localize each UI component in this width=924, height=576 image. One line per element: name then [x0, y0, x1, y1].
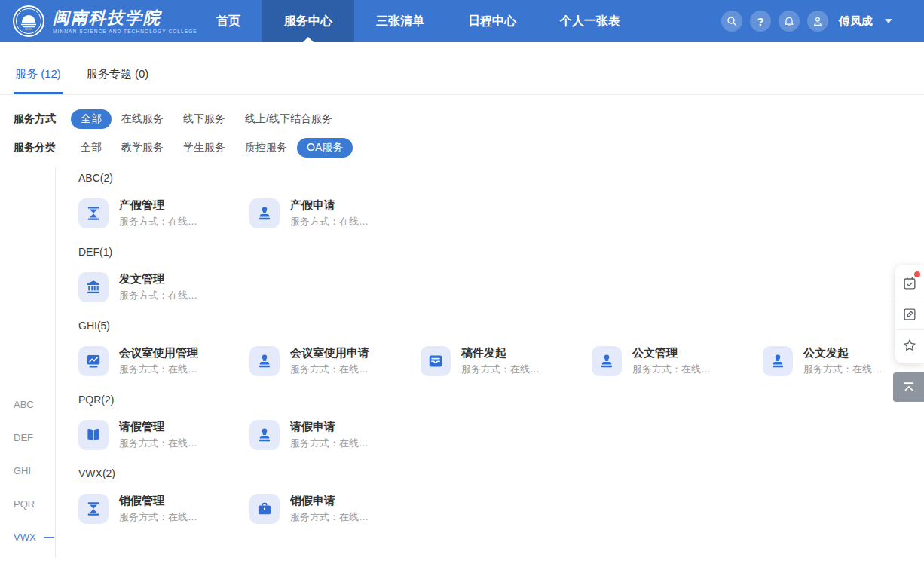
service-card[interactable]: 产假申请服务方式：在线…: [249, 197, 421, 230]
service-groups: ABC(2)产假管理服务方式：在线…产假申请服务方式：在线…DEF(1)发文管理…: [78, 172, 924, 525]
service-card-text: 产假申请服务方式：在线…: [290, 197, 369, 230]
filter-options: 全部在线服务线下服务线上/线下结合服务: [71, 109, 342, 129]
service-card[interactable]: 请假申请服务方式：在线…: [249, 418, 421, 452]
group-cards-row: 请假管理服务方式：在线…请假申请服务方式：在线…: [78, 418, 924, 452]
filter-option[interactable]: 教学服务: [112, 138, 173, 158]
school-emblem-icon: [12, 5, 45, 38]
letter-index-item[interactable]: GHI: [14, 465, 54, 477]
service-card-text: 会议室使用申请服务方式：在线…: [290, 345, 369, 378]
service-card-text: 公文管理服务方式：在线…: [632, 345, 711, 378]
service-card-text: 发文管理服务方式：在线…: [119, 271, 197, 304]
service-card[interactable]: 销假管理服务方式：在线…: [78, 492, 249, 525]
service-card[interactable]: 产假管理服务方式：在线…: [78, 197, 249, 230]
notification-badge: [914, 271, 920, 277]
service-card-text: 公文发起服务方式：在线…: [803, 345, 882, 378]
service-card-text: 会议室使用管理服务方式：在线…: [119, 345, 198, 378]
filter-option[interactable]: 质控服务: [235, 138, 297, 158]
group-label: PQR(2): [78, 394, 924, 406]
letter-index-label: ABC: [14, 399, 34, 411]
nav-item[interactable]: 首页: [194, 0, 262, 42]
nav-item[interactable]: 服务中心: [262, 0, 354, 42]
service-tabs: 服务 (12)服务专题 (0): [0, 42, 924, 95]
service-card-text: 销假申请服务方式：在线…: [290, 492, 369, 525]
service-card-text: 稿件发起服务方式：在线…: [461, 345, 540, 378]
service-mode: 服务方式：在线…: [803, 363, 882, 375]
filter-option[interactable]: OA服务: [297, 138, 353, 158]
service-title: 会议室使用管理: [119, 345, 198, 360]
service-mode: 服务方式：在线…: [119, 510, 197, 523]
calendar-check-icon[interactable]: [895, 268, 924, 299]
group-cards-row: 销假管理服务方式：在线…销假申请服务方式：在线…: [78, 492, 924, 525]
school-name: 闽南科技学院 MINNAN SCIENCE AND TECHNOLOGY COL…: [53, 8, 197, 34]
service-card[interactable]: 公文管理服务方式：在线…: [592, 345, 763, 378]
filter-option[interactable]: 线下服务: [173, 109, 235, 129]
service-mode: 服务方式：在线…: [290, 363, 369, 375]
group-label: VWX(2): [78, 467, 924, 479]
nav-item[interactable]: 三张清单: [354, 0, 446, 42]
top-navbar: 闽南科技学院 MINNAN SCIENCE AND TECHNOLOGY COL…: [0, 0, 924, 42]
service-card[interactable]: 销假申请服务方式：在线…: [249, 492, 421, 525]
stamp-icon: [249, 420, 280, 450]
filter-label: 服务方式: [14, 112, 71, 126]
filter-row: 服务方式全部在线服务线下服务线上/线下结合服务: [14, 109, 924, 130]
user-name[interactable]: 傅凤成: [839, 14, 873, 29]
service-title: 销假申请: [290, 493, 369, 508]
group-cards-row: 会议室使用管理服务方式：在线…会议室使用申请服务方式：在线…稿件发起服务方式：在…: [78, 345, 924, 378]
service-card[interactable]: 请假管理服务方式：在线…: [78, 418, 249, 452]
filter-option[interactable]: 线上/线下结合服务: [235, 109, 342, 129]
filter-options: 全部教学服务学生服务质控服务OA服务: [71, 138, 353, 158]
service-mode: 服务方式：在线…: [119, 363, 198, 375]
filter-row: 服务分类全部教学服务学生服务质控服务OA服务: [14, 137, 924, 158]
service-mode: 服务方式：在线…: [290, 215, 369, 228]
letter-index-item[interactable]: DEF: [14, 432, 54, 444]
inbox-icon: [421, 346, 451, 376]
letter-index: ABCDEFGHIPQRVWX: [14, 399, 54, 565]
back-to-top-button[interactable]: [893, 372, 924, 402]
filter-option[interactable]: 学生服务: [173, 138, 235, 158]
service-title: 发文管理: [119, 271, 197, 286]
tab[interactable]: 服务 (12): [14, 67, 63, 94]
stamp-icon: [249, 198, 280, 228]
hourglass-icon: [78, 494, 109, 524]
stamp-icon: [592, 346, 622, 376]
active-letter-dash: [44, 537, 54, 538]
service-card-text: 产假管理服务方式：在线…: [119, 197, 197, 230]
bell-icon[interactable]: [779, 11, 800, 32]
nav-item[interactable]: 个人一张表: [538, 0, 642, 42]
letter-index-item[interactable]: VWX: [14, 532, 54, 544]
letter-index-item[interactable]: ABC: [14, 399, 54, 411]
service-card[interactable]: 稿件发起服务方式：在线…: [421, 345, 592, 378]
filter-option[interactable]: 全部: [71, 109, 112, 129]
user-icon[interactable]: [807, 11, 828, 32]
filter-option[interactable]: 在线服务: [112, 109, 173, 129]
letter-index-label: GHI: [14, 465, 31, 477]
service-title: 会议室使用申请: [290, 345, 369, 360]
school-logo[interactable]: 闽南科技学院 MINNAN SCIENCE AND TECHNOLOGY COL…: [12, 5, 197, 38]
service-card-text: 请假管理服务方式：在线…: [119, 418, 197, 452]
service-card-text: 请假申请服务方式：在线…: [290, 418, 369, 452]
service-card[interactable]: 发文管理服务方式：在线…: [78, 271, 249, 304]
search-icon[interactable]: [721, 11, 742, 32]
help-icon[interactable]: ?: [750, 11, 771, 32]
chevron-down-icon[interactable]: [885, 19, 892, 23]
service-title: 产假申请: [290, 198, 369, 213]
service-title: 产假管理: [119, 198, 197, 213]
nav-item[interactable]: 日程中心: [446, 0, 538, 42]
tab[interactable]: 服务专题 (0): [85, 67, 151, 94]
star-icon[interactable]: [895, 329, 924, 360]
group-cards-row: 发文管理服务方式：在线…: [78, 271, 924, 304]
group-label: ABC(2): [78, 172, 924, 184]
filter-label: 服务分类: [14, 141, 71, 155]
bank-icon: [78, 272, 109, 302]
hourglass-icon: [78, 198, 109, 228]
service-card[interactable]: 会议室使用申请服务方式：在线…: [249, 345, 421, 378]
service-title: 请假管理: [119, 419, 197, 434]
service-card[interactable]: 会议室使用管理服务方式：在线…: [78, 345, 249, 378]
letter-index-label: VWX: [14, 532, 36, 544]
edit-icon[interactable]: [895, 299, 924, 329]
filter-option[interactable]: 全部: [71, 138, 112, 158]
book-icon: [78, 420, 109, 450]
letter-index-item[interactable]: PQR: [14, 498, 54, 510]
header-actions: ? 傅凤成: [721, 0, 892, 42]
service-mode: 服务方式：在线…: [290, 437, 369, 449]
